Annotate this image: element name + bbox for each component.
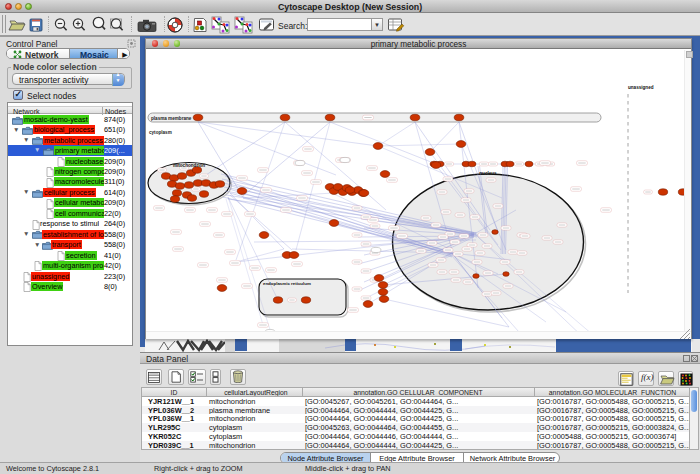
svg-text:endoplasmic reticulum: endoplasmic reticulum xyxy=(263,281,311,286)
svg-text:plasma membrane: plasma membrane xyxy=(151,115,192,120)
svg-text:cytoplasm: cytoplasm xyxy=(149,130,172,135)
svg-text:nucleus: nucleus xyxy=(479,170,497,175)
svg-text:mitochondrion: mitochondrion xyxy=(173,162,205,167)
svg-text:unassigned: unassigned xyxy=(628,84,654,89)
